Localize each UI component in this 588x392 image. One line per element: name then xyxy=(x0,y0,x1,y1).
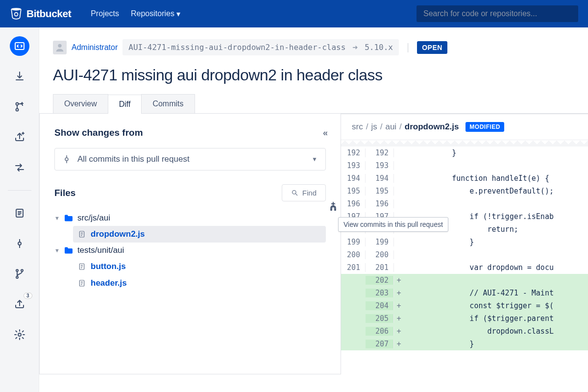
sidebar-settings-icon[interactable] xyxy=(10,325,29,344)
bitbucket-logo[interactable]: Bitbucket xyxy=(10,7,71,20)
diff-viewer: src/ js/ aui/ dropdown2.js MODIFIED 1921… xyxy=(341,114,588,374)
search-icon xyxy=(291,189,298,196)
changes-heading: Show changes from xyxy=(54,127,143,138)
author-link[interactable]: Administrator xyxy=(72,43,118,52)
sidebar-download-icon[interactable] xyxy=(10,67,29,86)
code-line[interactable]: 206+ dropdown.classL xyxy=(341,325,588,338)
svg-point-3 xyxy=(16,103,18,105)
svg-point-1 xyxy=(15,13,18,16)
code-line[interactable]: 200200 xyxy=(341,248,588,261)
pr-status-badge: OPEN xyxy=(417,41,447,54)
code-line[interactable]: 196196 xyxy=(341,197,588,210)
tree-file[interactable]: button.js xyxy=(73,258,326,275)
sidebar-create-pr-icon[interactable] xyxy=(10,127,29,147)
folder-icon xyxy=(64,214,74,222)
top-header: Bitbucket Projects Repositories ▾ Search… xyxy=(0,0,588,27)
sidebar-commits-icon[interactable] xyxy=(10,234,29,253)
folder-icon xyxy=(64,246,74,254)
target-branch[interactable]: 5.10.x xyxy=(365,43,393,52)
nav-repositories[interactable]: Repositories ▾ xyxy=(131,9,180,19)
commit-selector[interactable]: All commits in this pull request ▼ xyxy=(54,148,326,171)
caret-down-icon: ▼ xyxy=(54,215,60,221)
fold-divider[interactable] xyxy=(341,140,588,147)
author-avatar[interactable] xyxy=(53,41,67,54)
code-block[interactable]: 192192 }193193194194 function handleIt(e… xyxy=(341,147,588,350)
sidebar-repo-icon[interactable] xyxy=(10,36,29,56)
code-line[interactable]: 199199 } xyxy=(341,236,588,248)
tooltip: View commits in this pull request xyxy=(338,217,448,232)
commit-icon xyxy=(63,155,71,164)
tree-file[interactable]: dropdown2.js xyxy=(73,226,326,243)
chevron-down-icon: ▾ xyxy=(176,9,180,19)
files-heading: Files xyxy=(54,188,75,198)
code-line[interactable]: 204+ const $trigger = $( xyxy=(341,299,588,312)
collapse-panel-icon[interactable]: « xyxy=(323,128,326,138)
top-nav: Projects Repositories ▾ xyxy=(91,9,180,19)
modified-badge: MODIFIED xyxy=(466,122,504,132)
caret-down-icon: ▼ xyxy=(312,156,318,163)
tab-overview[interactable]: Overview xyxy=(53,94,108,113)
file-path: src/ js/ aui/ dropdown2.js MODIFIED xyxy=(341,114,588,140)
arrow-right-icon: ➜ xyxy=(352,42,358,52)
tabs: Overview Diff Commits xyxy=(39,94,588,114)
svg-point-7 xyxy=(16,270,18,271)
sidebar-compare-icon[interactable] xyxy=(10,158,29,177)
sidebar-branches-icon[interactable] xyxy=(10,264,29,284)
file-icon xyxy=(78,279,86,288)
person-icon xyxy=(54,42,65,53)
svg-point-10 xyxy=(18,333,21,336)
logo-text: Bitbucket xyxy=(26,8,71,20)
code-line[interactable]: 195195 e.preventDefault(); xyxy=(341,185,588,197)
file-icon xyxy=(78,230,86,239)
code-line[interactable]: 201201 var dropdown = docu xyxy=(341,261,588,274)
breadcrumb: Administrator AUI-4271-missing-aui-dropd… xyxy=(39,27,588,55)
changes-panel: Show changes from « All commits in this … xyxy=(39,114,341,374)
tree-folder[interactable]: ▼ src/js/aui xyxy=(54,210,326,226)
svg-point-0 xyxy=(12,8,21,10)
svg-point-13 xyxy=(292,191,296,195)
search-placeholder: Search for code or repositories... xyxy=(423,9,537,18)
file-icon xyxy=(78,262,86,271)
sidebar-create-branch-icon[interactable] xyxy=(10,97,29,117)
source-branch[interactable]: AUI-4271-missing-aui-dropdown2-in-header… xyxy=(128,43,345,52)
tree-folder[interactable]: ▼ tests/unit/aui xyxy=(54,243,326,258)
left-sidebar: 3 xyxy=(0,27,39,392)
code-line[interactable]: 205+ if ($trigger.parent xyxy=(341,312,588,325)
caret-down-icon: ▼ xyxy=(54,247,60,253)
code-line[interactable]: 192192 } xyxy=(341,147,588,159)
code-line[interactable]: 193193 xyxy=(341,159,588,172)
main-content: Administrator AUI-4271-missing-aui-dropd… xyxy=(39,27,588,392)
code-line[interactable]: 202+ xyxy=(341,274,588,287)
svg-point-4 xyxy=(16,109,18,111)
selector-label: All commits in this pull request xyxy=(77,154,190,164)
file-tree: ▼ src/js/aui dropdown2.js ▼ tests/unit/a… xyxy=(54,210,326,292)
code-line[interactable]: 207+ } xyxy=(341,338,588,350)
sidebar-divider xyxy=(8,190,31,191)
svg-point-12 xyxy=(65,158,68,161)
branch-info: AUI-4271-missing-aui-dropdown2-in-header… xyxy=(122,39,399,55)
svg-point-8 xyxy=(21,270,23,271)
separator: | xyxy=(407,42,409,53)
find-button[interactable]: Find xyxy=(282,184,326,201)
sidebar-source-icon[interactable] xyxy=(10,203,29,223)
pr-count-badge: 3 xyxy=(24,293,32,299)
svg-point-11 xyxy=(58,44,61,47)
code-line[interactable]: 203+ // AUI-4271 - Maint xyxy=(341,287,588,299)
code-line[interactable]: 194194 function handleIt(e) { xyxy=(341,172,588,185)
svg-point-6 xyxy=(18,242,21,245)
svg-point-9 xyxy=(16,276,18,278)
page-title: AUI-4271 missing aui dropdown2 in header… xyxy=(39,55,588,94)
sidebar-pull-requests-icon[interactable]: 3 xyxy=(10,294,29,314)
search-input[interactable]: Search for code or repositories... xyxy=(416,5,578,22)
tab-diff[interactable]: Diff xyxy=(108,95,142,114)
nav-projects[interactable]: Projects xyxy=(91,9,119,19)
bitbucket-icon xyxy=(10,7,23,20)
tree-file[interactable]: header.js xyxy=(73,275,326,292)
tab-commits[interactable]: Commits xyxy=(141,94,195,113)
